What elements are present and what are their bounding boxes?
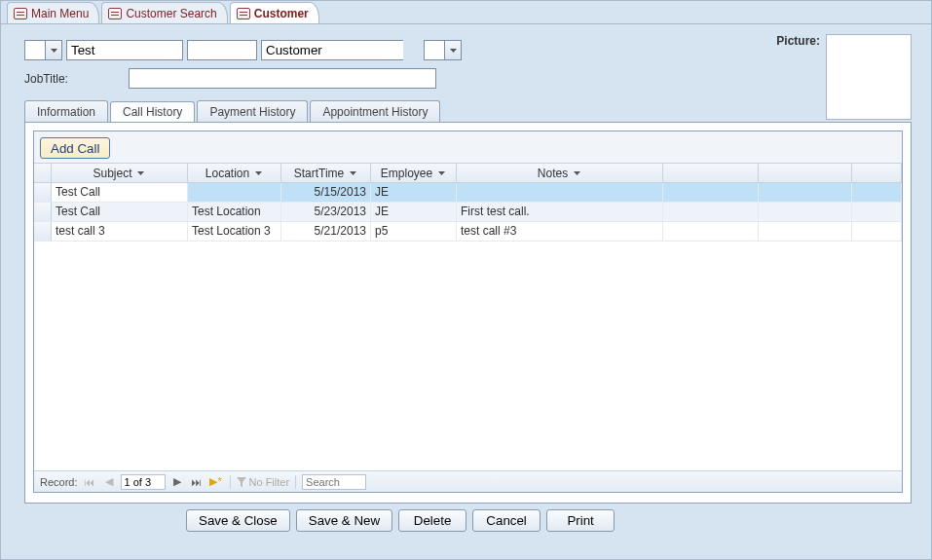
tab-label: Main Menu [31,7,89,20]
cell-extra[interactable] [663,222,759,241]
suffix-combo[interactable] [424,40,445,60]
col-header-extra[interactable] [759,164,852,182]
nav-last-icon[interactable]: ⏭ [189,474,205,490]
cell-notes[interactable] [457,183,663,202]
svg-marker-4 [350,171,356,175]
cell-extra[interactable] [663,183,759,202]
picture-frame[interactable] [826,34,912,120]
cell-employee[interactable]: JE [371,203,457,221]
nav-first-icon[interactable]: ⏮ [82,474,97,490]
col-label: Employee [381,167,432,180]
col-label: Location [205,167,249,180]
cell-extra[interactable] [852,183,902,202]
suffix-dropdown[interactable] [445,40,462,60]
title-prefix-dropdown[interactable] [46,40,62,60]
no-filter-label: No Filter [249,476,290,488]
row-selector[interactable] [34,183,52,202]
col-header-notes[interactable]: Notes [457,164,663,182]
form-icon [14,8,27,19]
tab-main-menu[interactable]: Main Menu [7,2,99,23]
funnel-icon [237,477,246,487]
col-header-extra[interactable] [852,164,902,182]
detail-panel: Add Call Subject Location StartTime [24,122,912,504]
nav-prev-icon[interactable]: ◀ [101,474,117,490]
select-all-handle[interactable] [34,164,52,182]
last-name-input[interactable] [261,40,403,60]
jobtitle-input[interactable] [129,68,436,89]
separator [230,475,231,489]
chevron-down-icon [253,168,263,178]
chevron-down-icon [572,168,581,178]
call-grid: Subject Location StartTime Employee [34,163,902,492]
col-header-subject[interactable]: Subject [52,164,188,182]
record-position-input[interactable] [121,474,166,490]
first-name-input[interactable] [66,40,183,60]
save-new-button[interactable]: Save & New [296,509,392,532]
tab-appointment-history[interactable]: Appointment History [310,100,440,122]
cell-starttime[interactable]: 5/23/2013 [281,203,371,221]
middle-name-input[interactable] [187,40,257,60]
cell-extra[interactable] [759,222,852,241]
add-call-button[interactable]: Add Call [40,137,110,159]
jobtitle-label: JobTitle: [24,72,68,86]
table-row[interactable]: Test Call 5/15/2013 JE [34,183,902,203]
form-icon [237,8,250,19]
cell-notes[interactable]: test call #3 [457,222,663,241]
form-icon [108,8,122,19]
cell-employee[interactable]: p5 [371,222,457,241]
grid-body[interactable]: Test Call 5/15/2013 JE Test Call Test Lo… [34,183,902,470]
row-selector[interactable] [34,203,52,221]
cell-notes[interactable]: First test call. [457,203,663,221]
cell-location[interactable]: Test Location 3 [188,222,281,241]
tab-label: Information [37,105,95,119]
row-selector[interactable] [34,222,52,241]
svg-marker-1 [450,49,457,53]
chevron-down-icon [136,168,146,178]
tab-label: Call History [123,105,182,119]
tab-call-history[interactable]: Call History [110,101,195,123]
chevron-down-icon [348,168,357,178]
print-button[interactable]: Print [546,509,615,532]
title-prefix-combo[interactable] [24,40,46,60]
save-close-button[interactable]: Save & Close [186,509,290,532]
col-header-location[interactable]: Location [188,164,281,182]
nav-next-icon[interactable]: ▶ [169,474,185,490]
tab-customer[interactable]: Customer [230,2,319,23]
cell-starttime[interactable]: 5/15/2013 [281,183,371,202]
cell-extra[interactable] [759,203,852,221]
subform-toolbar: Add Call [34,131,902,163]
cell-starttime[interactable]: 5/21/2013 [281,222,371,241]
col-header-employee[interactable]: Employee [371,164,457,182]
detail-tabcontrol: Information Call History Payment History… [24,100,912,504]
cancel-button[interactable]: Cancel [472,509,541,532]
svg-marker-0 [51,49,57,53]
window-tabstrip: Main Menu Customer Search Customer [1,1,931,24]
delete-button[interactable]: Delete [398,509,466,532]
cell-subject[interactable]: Test Call [52,183,188,202]
cell-employee[interactable]: JE [371,183,457,202]
cell-location[interactable] [188,183,281,202]
col-header-starttime[interactable]: StartTime [281,164,371,182]
cell-subject[interactable]: Test Call [52,203,188,221]
cell-extra[interactable] [852,222,902,241]
grid-search-input[interactable] [302,474,366,490]
separator [295,475,296,489]
nav-new-icon[interactable]: ▶* [208,474,224,490]
col-header-extra[interactable] [663,164,759,182]
col-label: Notes [538,167,568,180]
svg-marker-3 [255,171,262,175]
no-filter-indicator[interactable]: No Filter [237,476,290,488]
tab-customer-search[interactable]: Customer Search [101,2,227,23]
table-row[interactable]: Test Call Test Location 5/23/2013 JE Fir… [34,203,902,222]
cell-extra[interactable] [663,203,759,221]
cell-extra[interactable] [759,183,852,202]
cell-subject[interactable]: test call 3 [52,222,188,241]
tab-label: Customer Search [126,7,216,20]
tab-payment-history[interactable]: Payment History [197,100,308,122]
table-row[interactable]: test call 3 Test Location 3 5/21/2013 p5… [34,222,902,242]
cell-extra[interactable] [852,203,902,221]
cell-location[interactable]: Test Location [188,203,281,221]
customer-header: JobTitle: Picture: [1,24,931,96]
tab-information[interactable]: Information [24,100,108,122]
svg-marker-2 [137,171,144,175]
